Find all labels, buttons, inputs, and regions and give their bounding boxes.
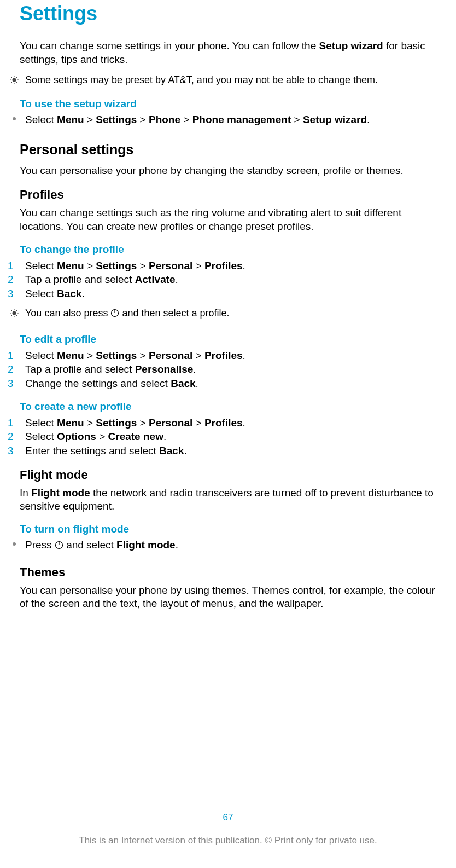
step-number: 2 [8, 362, 21, 377]
svg-line-6 [16, 82, 17, 83]
tip-text: You can also press and then select a pro… [25, 307, 230, 320]
tip-press-power: You can also press and then select a pro… [8, 307, 436, 320]
profiles-heading: Profiles [20, 188, 436, 202]
step-number: 3 [8, 377, 21, 391]
edit-profile-list: 1Select Menu > Settings > Personal > Pro… [8, 349, 436, 391]
themes-heading: Themes [20, 565, 436, 580]
step-number: 2 [8, 273, 21, 287]
svg-line-15 [11, 310, 12, 311]
step-number: 1 [8, 349, 21, 363]
setup-wizard-step: Select Menu > Settings > Phone > Phone m… [8, 113, 436, 127]
list-item: 2Select Options > Create new. [8, 430, 436, 444]
step-number: 3 [8, 287, 21, 301]
flight-mode-body: In Flight mode the network and radio tra… [20, 487, 436, 513]
tip-preset: Some settings may be preset by AT&T, and… [8, 74, 436, 86]
step-number: 1 [8, 416, 21, 430]
step-text: Select Menu > Settings > Personal > Prof… [25, 349, 245, 363]
page-number: 67 [0, 812, 456, 823]
personal-settings-heading: Personal settings [20, 142, 436, 158]
svg-point-10 [13, 311, 16, 315]
flight-mode-step: Press and select Flight mode. [8, 539, 436, 552]
bullet-icon [8, 117, 21, 121]
step-text: Select Back. [25, 287, 85, 301]
turn-on-flight-mode-heading: To turn on flight mode [20, 523, 436, 535]
svg-line-8 [16, 77, 17, 78]
step-text: Select Menu > Settings > Personal > Prof… [25, 259, 245, 273]
edit-profile-heading: To edit a profile [20, 333, 436, 345]
step-number: 3 [8, 444, 21, 458]
list-item: 3Change the settings and select Back. [8, 377, 436, 391]
lightbulb-icon [8, 309, 21, 317]
svg-point-0 [13, 78, 16, 82]
svg-point-9 [13, 117, 16, 120]
step-number: 2 [8, 430, 21, 444]
bullet-icon [8, 542, 21, 546]
list-item: 1Select Menu > Settings > Personal > Pro… [8, 349, 436, 363]
svg-line-18 [16, 310, 17, 311]
step-text: Enter the settings and select Back. [25, 444, 187, 458]
create-profile-heading: To create a new profile [20, 401, 436, 413]
list-item: 1Select Menu > Settings > Personal > Pro… [8, 416, 436, 430]
step-text: Tap a profile and select Personalise. [25, 362, 196, 377]
step-text: Select Options > Create new. [25, 430, 166, 444]
svg-line-17 [11, 315, 12, 316]
list-item: 3Select Back. [8, 287, 436, 301]
change-profile-heading: To change the profile [20, 244, 436, 256]
themes-body: You can personalise your phone by using … [20, 584, 436, 611]
svg-line-7 [11, 82, 12, 83]
page-title: Settings [20, 2, 436, 25]
step-text: Select Menu > Settings > Personal > Prof… [25, 416, 245, 430]
svg-line-5 [11, 77, 12, 78]
setup-wizard-heading: To use the setup wizard [20, 98, 436, 110]
list-item: 2Tap a profile and select Activate. [8, 273, 436, 287]
change-profile-list: 1Select Menu > Settings > Personal > Pro… [8, 259, 436, 301]
intro-text: You can change some settings in your pho… [20, 39, 436, 66]
svg-point-21 [13, 542, 16, 546]
profiles-body: You can change settings such as the ring… [20, 206, 436, 233]
list-item: 2Tap a profile and select Personalise. [8, 362, 436, 377]
step-text: Change the settings and select Back. [25, 377, 198, 391]
list-item: 1Select Menu > Settings > Personal > Pro… [8, 259, 436, 273]
step-text: Tap a profile and select Activate. [25, 273, 178, 287]
list-item: 3Enter the settings and select Back. [8, 444, 436, 458]
tip-text: Some settings may be preset by AT&T, and… [25, 74, 378, 86]
svg-line-16 [16, 315, 17, 316]
step-number: 1 [8, 259, 21, 273]
page-footer: 67 This is an Internet version of this p… [0, 812, 456, 846]
lightbulb-icon [8, 76, 21, 84]
flight-mode-heading: Flight mode [20, 468, 436, 482]
create-profile-list: 1Select Menu > Settings > Personal > Pro… [8, 416, 436, 458]
footer-text: This is an Internet version of this publ… [0, 835, 456, 846]
personal-settings-body: You can personalise your phone by changi… [20, 164, 436, 178]
